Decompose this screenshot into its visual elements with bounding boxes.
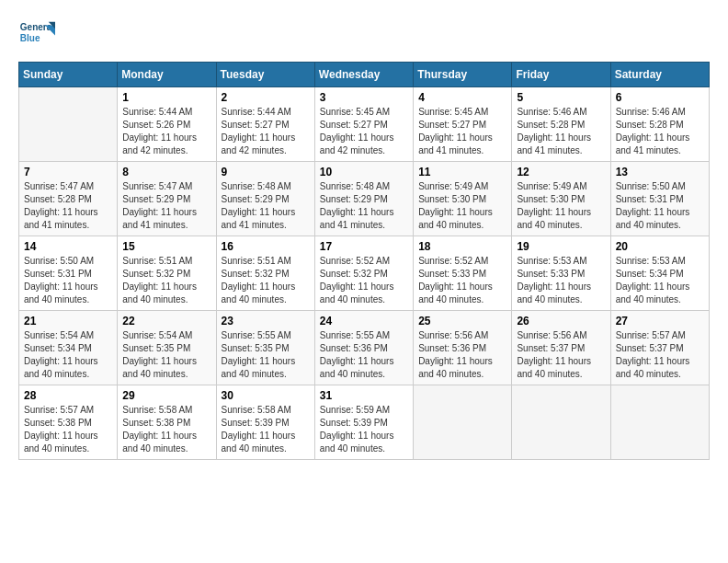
day-number: 8	[122, 166, 210, 178]
logo: General Blue	[18, 18, 59, 51]
day-info: Sunrise: 5:47 AM Sunset: 5:29 PM Dayligh…	[122, 181, 197, 230]
calendar-cell: 21 Sunrise: 5:54 AM Sunset: 5:34 PM Dayl…	[19, 311, 118, 385]
logo-icon: General Blue	[18, 18, 55, 51]
day-info: Sunrise: 5:46 AM Sunset: 5:28 PM Dayligh…	[517, 107, 591, 155]
calendar-cell: 26 Sunrise: 5:56 AM Sunset: 5:37 PM Dayl…	[512, 311, 610, 385]
day-number: 4	[418, 91, 506, 104]
calendar-cell: 28 Sunrise: 5:57 AM Sunset: 5:38 PM Dayl…	[19, 385, 118, 460]
day-info: Sunrise: 5:44 AM Sunset: 5:27 PM Dayligh…	[222, 107, 296, 155]
week-row-1: 7 Sunrise: 5:47 AM Sunset: 5:28 PM Dayli…	[19, 162, 710, 236]
day-number: 11	[418, 166, 506, 178]
calendar-table: SundayMondayTuesdayWednesdayThursdayFrid…	[18, 62, 710, 460]
day-number: 27	[616, 315, 704, 327]
day-number: 14	[24, 240, 112, 253]
day-info: Sunrise: 5:54 AM Sunset: 5:35 PM Dayligh…	[122, 330, 197, 379]
calendar-cell: 4 Sunrise: 5:45 AM Sunset: 5:27 PM Dayli…	[414, 87, 512, 162]
calendar-cell: 3 Sunrise: 5:45 AM Sunset: 5:27 PM Dayli…	[314, 87, 413, 162]
day-number: 15	[122, 240, 210, 253]
day-info: Sunrise: 5:57 AM Sunset: 5:38 PM Dayligh…	[24, 405, 98, 454]
calendar-cell: 17 Sunrise: 5:52 AM Sunset: 5:32 PM Dayl…	[314, 236, 413, 311]
day-info: Sunrise: 5:45 AM Sunset: 5:27 PM Dayligh…	[320, 107, 394, 155]
calendar-cell: 27 Sunrise: 5:57 AM Sunset: 5:37 PM Dayl…	[610, 311, 709, 385]
calendar-cell: 14 Sunrise: 5:50 AM Sunset: 5:31 PM Dayl…	[19, 236, 118, 311]
day-info: Sunrise: 5:55 AM Sunset: 5:35 PM Dayligh…	[222, 330, 296, 379]
day-number: 3	[320, 91, 408, 104]
day-number: 9	[222, 166, 310, 178]
calendar-cell	[512, 385, 610, 460]
day-number: 7	[24, 166, 112, 178]
day-number: 12	[517, 166, 605, 178]
day-info: Sunrise: 5:49 AM Sunset: 5:30 PM Dayligh…	[418, 181, 493, 230]
day-info: Sunrise: 5:52 AM Sunset: 5:33 PM Dayligh…	[418, 256, 493, 304]
day-info: Sunrise: 5:54 AM Sunset: 5:34 PM Dayligh…	[24, 330, 98, 379]
day-number: 26	[517, 315, 605, 327]
calendar-cell: 10 Sunrise: 5:48 AM Sunset: 5:29 PM Dayl…	[314, 162, 413, 236]
day-info: Sunrise: 5:55 AM Sunset: 5:36 PM Dayligh…	[320, 330, 394, 379]
day-number: 1	[122, 91, 210, 104]
day-number: 23	[222, 315, 310, 327]
day-info: Sunrise: 5:59 AM Sunset: 5:39 PM Dayligh…	[320, 405, 394, 454]
calendar-cell: 9 Sunrise: 5:48 AM Sunset: 5:29 PM Dayli…	[216, 162, 314, 236]
page-header: General Blue	[18, 18, 710, 51]
day-info: Sunrise: 5:47 AM Sunset: 5:28 PM Dayligh…	[24, 181, 98, 230]
calendar-cell: 13 Sunrise: 5:50 AM Sunset: 5:31 PM Dayl…	[610, 162, 709, 236]
day-number: 17	[320, 240, 408, 253]
calendar-cell: 23 Sunrise: 5:55 AM Sunset: 5:35 PM Dayl…	[216, 311, 314, 385]
calendar-cell: 24 Sunrise: 5:55 AM Sunset: 5:36 PM Dayl…	[314, 311, 413, 385]
weekday-header-friday: Friday	[512, 63, 610, 87]
day-info: Sunrise: 5:57 AM Sunset: 5:37 PM Dayligh…	[616, 330, 690, 379]
day-info: Sunrise: 5:56 AM Sunset: 5:36 PM Dayligh…	[418, 330, 493, 379]
day-number: 28	[24, 389, 112, 402]
calendar-cell: 15 Sunrise: 5:51 AM Sunset: 5:32 PM Dayl…	[118, 236, 216, 311]
week-row-2: 14 Sunrise: 5:50 AM Sunset: 5:31 PM Dayl…	[19, 236, 710, 311]
day-number: 5	[517, 91, 605, 104]
week-row-0: 1 Sunrise: 5:44 AM Sunset: 5:26 PM Dayli…	[19, 87, 710, 162]
day-number: 21	[24, 315, 112, 327]
day-number: 13	[616, 166, 704, 178]
weekday-header-monday: Monday	[118, 63, 216, 87]
calendar-cell: 5 Sunrise: 5:46 AM Sunset: 5:28 PM Dayli…	[512, 87, 610, 162]
weekday-header-sunday: Sunday	[19, 63, 118, 87]
day-number: 31	[320, 389, 408, 402]
calendar-cell: 2 Sunrise: 5:44 AM Sunset: 5:27 PM Dayli…	[216, 87, 314, 162]
calendar-cell: 31 Sunrise: 5:59 AM Sunset: 5:39 PM Dayl…	[314, 385, 413, 460]
calendar-cell: 22 Sunrise: 5:54 AM Sunset: 5:35 PM Dayl…	[118, 311, 216, 385]
day-number: 16	[222, 240, 310, 253]
day-number: 22	[122, 315, 210, 327]
day-info: Sunrise: 5:51 AM Sunset: 5:32 PM Dayligh…	[222, 256, 296, 304]
day-number: 19	[517, 240, 605, 253]
weekday-header-saturday: Saturday	[610, 63, 709, 87]
day-info: Sunrise: 5:53 AM Sunset: 5:33 PM Dayligh…	[517, 256, 591, 304]
week-row-3: 21 Sunrise: 5:54 AM Sunset: 5:34 PM Dayl…	[19, 311, 710, 385]
day-info: Sunrise: 5:51 AM Sunset: 5:32 PM Dayligh…	[122, 256, 197, 304]
calendar-cell: 20 Sunrise: 5:53 AM Sunset: 5:34 PM Dayl…	[610, 236, 709, 311]
day-info: Sunrise: 5:52 AM Sunset: 5:32 PM Dayligh…	[320, 256, 394, 304]
calendar-cell: 30 Sunrise: 5:58 AM Sunset: 5:39 PM Dayl…	[216, 385, 314, 460]
calendar-cell	[19, 87, 118, 162]
day-info: Sunrise: 5:44 AM Sunset: 5:26 PM Dayligh…	[122, 107, 197, 155]
day-info: Sunrise: 5:53 AM Sunset: 5:34 PM Dayligh…	[616, 256, 690, 304]
week-row-4: 28 Sunrise: 5:57 AM Sunset: 5:38 PM Dayl…	[19, 385, 710, 460]
calendar-cell: 19 Sunrise: 5:53 AM Sunset: 5:33 PM Dayl…	[512, 236, 610, 311]
day-number: 2	[222, 91, 310, 104]
day-number: 24	[320, 315, 408, 327]
weekday-header-thursday: Thursday	[414, 63, 512, 87]
day-info: Sunrise: 5:45 AM Sunset: 5:27 PM Dayligh…	[418, 107, 493, 155]
day-number: 30	[222, 389, 310, 402]
day-info: Sunrise: 5:49 AM Sunset: 5:30 PM Dayligh…	[517, 181, 591, 230]
day-info: Sunrise: 5:50 AM Sunset: 5:31 PM Dayligh…	[24, 256, 98, 304]
day-info: Sunrise: 5:50 AM Sunset: 5:31 PM Dayligh…	[616, 181, 690, 230]
weekday-header-row: SundayMondayTuesdayWednesdayThursdayFrid…	[19, 63, 710, 87]
calendar-cell: 7 Sunrise: 5:47 AM Sunset: 5:28 PM Dayli…	[19, 162, 118, 236]
svg-text:Blue: Blue	[20, 33, 40, 43]
day-info: Sunrise: 5:46 AM Sunset: 5:28 PM Dayligh…	[616, 107, 690, 155]
day-number: 25	[418, 315, 506, 327]
day-info: Sunrise: 5:58 AM Sunset: 5:39 PM Dayligh…	[222, 405, 296, 454]
day-number: 29	[122, 389, 210, 402]
day-number: 18	[418, 240, 506, 253]
calendar-cell: 29 Sunrise: 5:58 AM Sunset: 5:38 PM Dayl…	[118, 385, 216, 460]
weekday-header-tuesday: Tuesday	[216, 63, 314, 87]
calendar-cell: 16 Sunrise: 5:51 AM Sunset: 5:32 PM Dayl…	[216, 236, 314, 311]
weekday-header-wednesday: Wednesday	[314, 63, 413, 87]
calendar-cell: 18 Sunrise: 5:52 AM Sunset: 5:33 PM Dayl…	[414, 236, 512, 311]
